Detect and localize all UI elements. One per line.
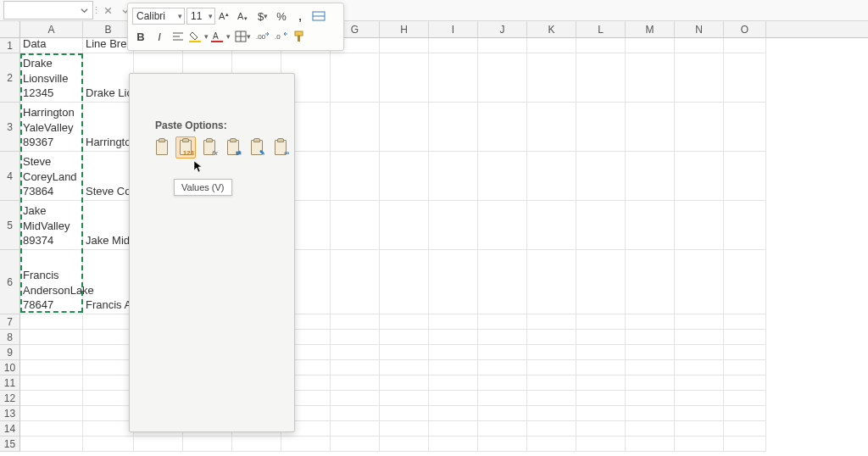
cell-empty[interactable] [429,330,478,345]
cell-empty[interactable] [281,437,331,452]
cell-A3[interactable]: Harrington YaleValley 89367 [20,103,83,152]
increase-font-icon[interactable]: A▴ [217,8,234,25]
row-header[interactable]: 10 [0,360,20,375]
cell-empty[interactable] [331,103,380,152]
column-header[interactable]: H [380,21,429,37]
cell-empty[interactable] [20,406,83,421]
paste-option-formatting[interactable]: ✎ [247,136,267,158]
cell-empty[interactable] [576,38,626,53]
cell-empty[interactable] [331,345,380,360]
cell-empty[interactable] [576,391,626,406]
cell-empty[interactable] [576,314,626,330]
cell-B1[interactable]: Line Breaks Removed [83,38,134,53]
cell-empty[interactable] [331,314,380,330]
cell-empty[interactable] [331,330,380,345]
borders-icon[interactable]: ▾ [232,28,253,45]
cell-empty[interactable] [527,103,576,152]
cell-empty[interactable] [83,314,134,330]
cell-empty[interactable] [331,152,380,201]
cell-empty[interactable] [626,406,675,421]
decrease-decimal-icon[interactable]: .0 [273,28,290,45]
cell-empty[interactable] [576,330,626,345]
cell-empty[interactable] [331,375,380,391]
cell-empty[interactable] [675,103,724,152]
column-header[interactable]: O [724,21,766,37]
cell-empty[interactable] [724,53,766,103]
cell-empty[interactable] [380,314,429,330]
cell-empty[interactable] [331,406,380,421]
cell-empty[interactable] [20,360,83,375]
cell-empty[interactable] [626,250,675,314]
paste-option-formulas[interactable]: fx [199,136,220,158]
cell-empty[interactable] [134,437,183,452]
row-header[interactable]: 7 [0,314,20,330]
cell-empty[interactable] [83,345,134,360]
cell-empty[interactable] [380,330,429,345]
cell-empty[interactable] [331,53,380,103]
cell-empty[interactable] [626,375,675,391]
cell-empty[interactable] [20,391,83,406]
cell-empty[interactable] [380,375,429,391]
cell-A1[interactable]: Data [20,38,83,53]
cell-empty[interactable] [20,330,83,345]
cell-empty[interactable] [724,201,766,250]
cell-empty[interactable] [478,103,527,152]
cell-empty[interactable] [626,437,675,452]
cell-empty[interactable] [380,38,429,53]
italic-button[interactable]: I [151,28,168,45]
cell-empty[interactable] [83,406,134,421]
cell-empty[interactable] [478,330,527,345]
cancel-icon[interactable] [98,1,117,19]
cell-empty[interactable] [331,360,380,375]
cell-empty[interactable] [429,38,478,53]
cell-empty[interactable] [527,421,576,437]
cell-empty[interactable] [478,53,527,103]
cell-empty[interactable] [675,53,724,103]
row-header[interactable]: 4 [0,152,20,201]
cell-empty[interactable] [83,391,134,406]
cell-empty[interactable] [626,360,675,375]
cell-B3[interactable]: Harrington YaleValley 89367 [83,103,134,152]
cell-B2[interactable]: Drake Lionsville 12345 [83,53,134,103]
cell-empty[interactable] [724,152,766,201]
cell-empty[interactable] [380,103,429,152]
cell-empty[interactable] [429,345,478,360]
currency-button[interactable]: $▾ [254,8,271,25]
cell-empty[interactable] [380,152,429,201]
cell-empty[interactable] [429,103,478,152]
cell-empty[interactable] [724,103,766,152]
cell-empty[interactable] [675,314,724,330]
cell-A2[interactable]: Drake Lionsville 12345 [20,53,83,103]
cell-empty[interactable] [626,201,675,250]
cell-empty[interactable] [429,375,478,391]
align-icon[interactable] [170,28,186,45]
cell-empty[interactable] [527,201,576,250]
cell-empty[interactable] [527,250,576,314]
cell-empty[interactable] [626,330,675,345]
cell-empty[interactable] [478,421,527,437]
row-header[interactable]: 3 [0,103,20,152]
cell-empty[interactable] [478,391,527,406]
row-header[interactable]: 13 [0,406,20,421]
cell-empty[interactable] [380,345,429,360]
cell-empty[interactable] [478,152,527,201]
cell-empty[interactable] [724,38,766,53]
cell-empty[interactable] [20,375,83,391]
cell-empty[interactable] [478,360,527,375]
cell-empty[interactable] [331,437,380,452]
cell-empty[interactable] [429,201,478,250]
cell-empty[interactable] [675,38,724,53]
bold-button[interactable]: B [132,28,149,45]
cell-empty[interactable] [331,421,380,437]
cell-empty[interactable] [675,152,724,201]
cell-empty[interactable] [626,314,675,330]
cell-empty[interactable] [83,437,134,452]
decrease-font-icon[interactable]: A▾ [236,8,253,25]
cell-empty[interactable] [576,437,626,452]
column-header[interactable]: J [478,21,527,37]
paste-option-values[interactable]: 123 [175,136,196,158]
cell-empty[interactable] [478,250,527,314]
column-header[interactable]: I [429,21,478,37]
row-header[interactable]: 2 [0,53,20,103]
format-painter-icon[interactable] [292,28,309,45]
